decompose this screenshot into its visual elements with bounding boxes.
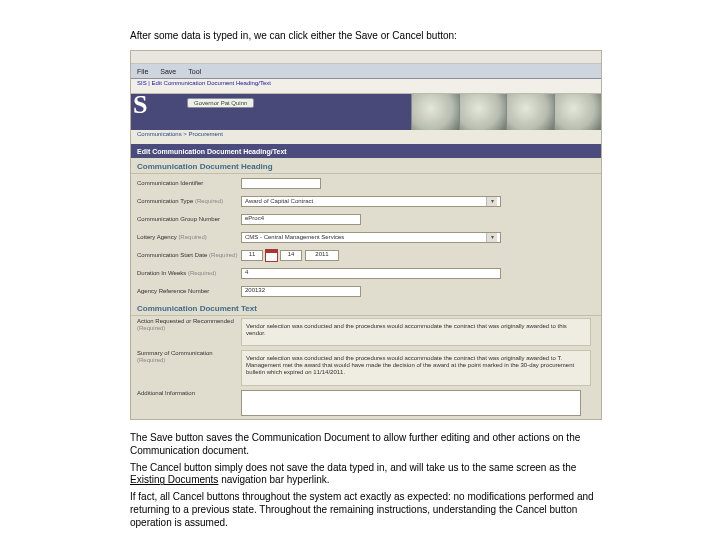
screenshot-panel: File Save Tool SIS | Edit Communication … — [130, 50, 602, 420]
start-year-input[interactable]: 2011 — [305, 250, 339, 261]
intro-text: After some data is typed in, we can clic… — [130, 30, 610, 41]
calendar-icon[interactable] — [265, 249, 278, 262]
label-comm-group: Communication Group Number — [137, 216, 241, 223]
menu-save[interactable]: Save — [154, 68, 182, 75]
comm-id-input[interactable] — [241, 178, 321, 189]
heading-section-title: Communication Document Heading — [131, 158, 601, 174]
governor-badge: Governor Pat Quinn — [187, 98, 254, 108]
comm-group-input[interactable]: eProc4 — [241, 214, 361, 225]
comm-type-select[interactable]: Award of Capital Contract▾ — [241, 196, 501, 207]
label-agency: Lottery Agency (Required) — [137, 234, 241, 241]
label-addl: Additional Information — [137, 390, 241, 397]
label-summary: Summary of Communication (Required) — [137, 350, 241, 363]
label-comm-id: Communication Identifier — [137, 180, 241, 187]
label-start-date: Communication Start Date (Required) — [137, 252, 241, 259]
start-day-input[interactable]: 14 — [280, 250, 302, 261]
app-banner: S Governor Pat Quinn — [131, 94, 601, 130]
agency-select[interactable]: CMS - Central Management Services▾ — [241, 232, 501, 243]
breadcrumb[interactable]: Communications > Procurement — [131, 130, 601, 144]
text-section-title: Communication Document Text — [131, 300, 601, 316]
label-comm-type: Communication Type (Required) — [137, 198, 241, 205]
action-textarea[interactable]: Vendor selection was conducted and the p… — [241, 318, 591, 346]
address-bar[interactable]: SIS | Edit Communication Document Headin… — [131, 79, 601, 94]
chevron-down-icon: ▾ — [486, 233, 497, 242]
start-month-input[interactable]: 11 — [241, 250, 263, 261]
menu-bar: File Save Tool — [131, 64, 601, 79]
page-title-bar: Edit Communication Document Heading/Text — [131, 144, 601, 158]
browser-frame-top — [131, 51, 601, 64]
chevron-down-icon: ▾ — [486, 197, 497, 206]
app-logo-letter: S — [133, 94, 147, 120]
label-duration: Duration In Weeks (Required) — [137, 270, 241, 277]
summary-textarea[interactable]: Vendor selection was conducted and the p… — [241, 350, 591, 386]
label-action: Action Requested or Recommended (Require… — [137, 318, 241, 331]
button-row: Save Cancel Tip: use the Cancel button t… — [131, 418, 601, 420]
caption-text: The Save button saves the Communication … — [130, 432, 608, 534]
banner-imagery — [411, 94, 601, 130]
label-ref: Agency Reference Number — [137, 288, 241, 295]
menu-tool[interactable]: Tool — [182, 68, 207, 75]
ref-input[interactable]: 200132 — [241, 286, 361, 297]
existing-documents-link: Existing Documents — [130, 474, 218, 485]
addl-textarea[interactable] — [241, 390, 581, 416]
menu-file[interactable]: File — [131, 68, 154, 75]
duration-input[interactable]: 4 — [241, 268, 501, 279]
